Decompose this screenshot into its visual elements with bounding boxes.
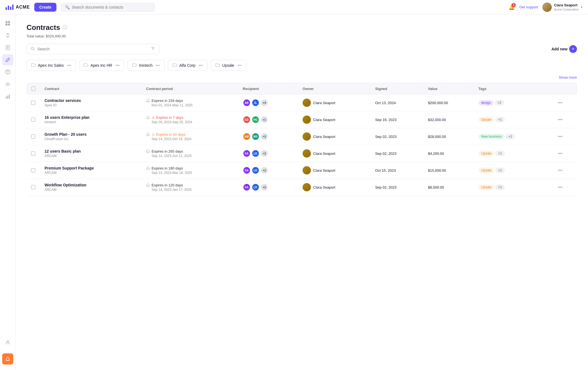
tags-cell: Upsale+1 — [478, 168, 549, 173]
bell-period-icon — [146, 183, 150, 188]
signed-cell: Oct 13, 2024 — [371, 94, 423, 111]
contract-name-cell: Growth Plan - 20 users CloudFusion Inc. — [40, 128, 142, 145]
recipients-cell: ABJL+4 — [243, 99, 294, 107]
period-cell: Expires in 180 days Sep 14, 2023-Mar 18,… — [142, 162, 238, 179]
select-all-checkbox[interactable] — [31, 86, 36, 91]
col-period: Contract period — [142, 83, 238, 94]
row-checkbox-cell — [27, 94, 40, 111]
folder-chip-alfa-corp[interactable]: Alfa Corp ••• — [168, 60, 207, 71]
sidebar-item-document[interactable] — [2, 42, 13, 53]
sidebar-item-contact[interactable] — [2, 337, 13, 348]
row-menu-cell: ••• — [553, 94, 577, 111]
row-checkbox[interactable] — [31, 101, 35, 105]
contract-name: Contractor services — [45, 98, 137, 103]
row-menu-button[interactable]: ••• — [558, 117, 563, 122]
tag-badge: +2 — [495, 100, 504, 106]
add-new-button[interactable]: Add new + — [551, 45, 577, 53]
col-contract: Contract — [40, 83, 142, 94]
avatar-image — [542, 2, 552, 12]
get-support-link[interactable]: Get support — [519, 5, 538, 9]
recipient-avatar: LK — [252, 183, 259, 191]
global-search-input[interactable] — [72, 5, 151, 9]
sidebar-item-chart[interactable] — [2, 91, 13, 102]
info-icon[interactable]: ⓘ — [63, 25, 67, 30]
tags-column: Upsale+1 — [474, 145, 553, 162]
sidebar-item-arrows[interactable] — [2, 30, 13, 41]
tag-badge: New business — [478, 134, 505, 139]
recipient-avatar: SA — [243, 183, 251, 191]
folder-icon — [215, 63, 220, 68]
create-button[interactable]: Create — [34, 3, 56, 12]
table-search-input[interactable] — [37, 47, 149, 51]
row-menu-button[interactable]: ••• — [558, 185, 563, 189]
owner-name: Clara Seaport — [313, 185, 335, 189]
logo-icon — [6, 4, 14, 10]
recipient-cell: AWMS+2 — [238, 128, 298, 145]
recipient-cell: EDHG+1 — [238, 111, 298, 128]
sidebar-item-pen[interactable] — [2, 54, 13, 65]
folder-icon — [173, 63, 177, 68]
sidebar-item-cube[interactable] — [2, 66, 13, 78]
recipient-cell: SALK+2 — [238, 162, 298, 179]
row-checkbox[interactable] — [31, 185, 35, 189]
tag-badge: Upsale — [478, 117, 494, 122]
owner-cell: Clara Seaport — [298, 162, 371, 179]
period-range: Sep 14, 2023-Mar 18, 2025 — [152, 171, 192, 175]
row-checkbox[interactable] — [31, 134, 35, 139]
row-menu-button[interactable]: ••• — [558, 168, 563, 173]
row-checkbox[interactable] — [31, 151, 35, 156]
contract-sub: ARCAM — [45, 154, 137, 158]
contract-name-cell: 16 users Enterprise plan Inintech — [40, 111, 142, 128]
folder-menu-button[interactable]: ••• — [67, 63, 71, 68]
show-more-button[interactable]: Show more — [559, 75, 577, 79]
filter-button[interactable] — [151, 46, 155, 52]
period-cell: Expires in 265 days Sep 14, 2023-Jun 11,… — [142, 145, 238, 162]
folder-menu-button[interactable]: ••• — [238, 63, 242, 68]
sidebar-notification-button[interactable] — [2, 353, 13, 364]
svg-rect-13 — [6, 97, 7, 99]
period-range: Sep 14, 2023-Jun 11, 2025 — [152, 154, 192, 158]
period-range: Sep 26, 2023-Sep 26, 2024 — [152, 120, 192, 124]
contract-name-cell: Workflow Optimization ARCAM — [40, 179, 142, 196]
user-name: Clara Seaport — [554, 3, 579, 8]
row-checkbox-cell — [27, 128, 40, 145]
notification-button[interactable]: 🔔 1 — [509, 4, 515, 10]
contract-name: Workflow Optimization — [45, 183, 137, 187]
folder-chip-apex-sales[interactable]: Apex Inc Sales ••• — [27, 60, 76, 71]
recipients-cell: AWMS+2 — [243, 133, 294, 140]
sidebar-item-layers[interactable] — [2, 79, 13, 90]
contracts-table: Contract Contract period Recipient Owner… — [27, 83, 577, 196]
user-menu[interactable]: Clara Seaport Acme Corporation ▾ — [542, 2, 582, 12]
expires-label: ⚠Expires in 7 days — [152, 115, 192, 120]
row-menu-button[interactable]: ••• — [558, 100, 563, 105]
col-value: Value — [423, 83, 474, 94]
contract-name: Premium Support Package — [45, 166, 137, 170]
signed-cell: Oct 15, 2023 — [371, 162, 423, 179]
row-menu-button[interactable]: ••• — [558, 134, 563, 139]
folder-chip-inintech[interactable]: Inintech ••• — [128, 60, 165, 71]
logo-text: ACME — [16, 5, 30, 10]
folder-label: Alfa Corp — [179, 63, 195, 68]
table-search[interactable] — [27, 44, 159, 54]
svg-line-18 — [33, 49, 35, 50]
recipient-more: +2 — [261, 183, 268, 191]
signed-cell: Sep 02, 2023 — [371, 145, 423, 162]
table-body: Contractor services Apex IO Expires in 2… — [27, 94, 577, 196]
tags-column: Upsale+1 — [474, 179, 553, 196]
recipient-avatar: SA — [243, 166, 251, 174]
period-cell: ⚠Expires in 7 days Sep 26, 2023-Sep 26, … — [142, 111, 238, 128]
row-menu-button[interactable]: ••• — [558, 151, 563, 156]
row-checkbox[interactable] — [31, 168, 35, 173]
folder-menu-button[interactable]: ••• — [199, 63, 203, 68]
owner-cell: Clara Seaport — [298, 94, 371, 111]
folder-chip-upsale[interactable]: Upsale ••• — [211, 60, 246, 71]
folder-menu-button[interactable]: ••• — [156, 63, 160, 68]
sidebar-item-grid[interactable] — [2, 18, 13, 29]
global-search[interactable]: 🔍 — [61, 3, 155, 12]
chevron-down-icon: ▾ — [581, 5, 582, 9]
col-owner: Owner — [298, 83, 371, 94]
row-checkbox[interactable] — [31, 117, 35, 122]
col-recipient: Recipient — [238, 83, 298, 94]
folder-chip-apex-hr[interactable]: Apex Inc HR ••• — [79, 60, 124, 71]
folder-menu-button[interactable]: ••• — [116, 63, 120, 68]
